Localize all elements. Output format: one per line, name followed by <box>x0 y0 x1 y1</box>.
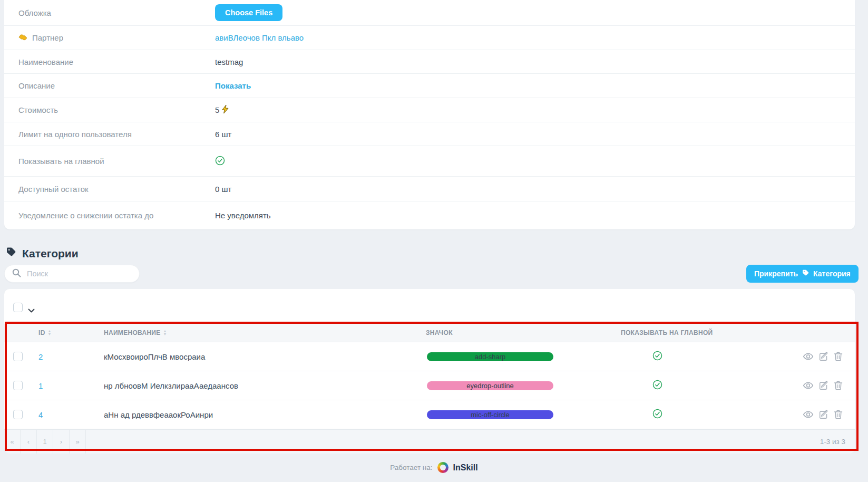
pagination-page-1[interactable]: 1 <box>37 430 53 454</box>
form-row-notify: Уведомление о снижении остатка до Не уве… <box>4 201 855 229</box>
product-details-card: Обложка Choose Files Партнер авиВЛеочов … <box>4 0 855 229</box>
column-header-badge: ЗНАЧОК <box>426 329 621 336</box>
inskill-brand[interactable]: InSkill <box>453 463 478 473</box>
search-input[interactable] <box>26 269 133 278</box>
column-header-name[interactable]: НАИМЕНОВАНИЕ ▲▼ <box>104 329 426 336</box>
attach-button-suffix: Категория <box>813 269 851 278</box>
badge-pill: eyedrop-outline <box>427 381 553 390</box>
footer: Работает на: InSkill <box>0 462 868 473</box>
row-id[interactable]: 4 <box>34 410 104 419</box>
check-circle-icon <box>652 382 662 391</box>
column-header-id[interactable]: ID ▲▼ <box>34 329 104 336</box>
delete-button[interactable] <box>833 380 843 391</box>
form-row-partner: Партнер авиВЛеочов Пкл вльаво <box>4 26 855 50</box>
pagination-summary: 1-3 из 3 <box>820 438 855 446</box>
row-name: нр лбноовМ ИелкзлирааАаедаансов <box>104 381 426 390</box>
tag-icon <box>5 246 17 261</box>
row-id[interactable]: 2 <box>34 352 104 361</box>
form-row-stock: Доступный остаток 0 шт <box>4 177 855 201</box>
table-row: 1 нр лбноовМ ИелкзлирааАаедаансов eyedro… <box>4 371 855 400</box>
delete-button[interactable] <box>833 409 843 420</box>
search-icon <box>12 268 21 279</box>
stock-value: 0 шт <box>215 185 231 194</box>
cost-value: 5 <box>215 105 219 114</box>
row-checkbox[interactable] <box>13 410 23 419</box>
inskill-logo-icon <box>437 462 448 473</box>
badge-pill: add-sharp <box>427 352 553 361</box>
table-row: 4 аНн ад рдеввфеааокРоАинри mic-off-circ… <box>4 400 855 429</box>
category-search-box <box>4 265 140 283</box>
categories-title: Категории <box>22 247 79 260</box>
row-checkbox[interactable] <box>13 352 23 361</box>
pagination-next[interactable]: › <box>53 430 70 454</box>
categories-table-card: ID ▲▼ НАИМЕНОВАНИЕ ▲▼ ЗНАЧОК ПОКАЗЫВАТЬ … <box>4 289 855 451</box>
table-header-row: ID ▲▼ НАИМЕНОВАНИЕ ▲▼ ЗНАЧОК ПОКАЗЫВАТЬ … <box>4 324 855 342</box>
limit-label: Лимит на одного пользователя <box>18 130 215 139</box>
attach-category-button[interactable]: Прикрепить Категория <box>746 265 859 283</box>
attach-button-prefix: Прикрепить <box>754 269 798 278</box>
select-all-row <box>4 289 855 324</box>
form-row-cost: Стоимость 5 <box>4 98 855 122</box>
name-label: Наименование <box>18 57 215 66</box>
handshake-icon <box>18 33 27 42</box>
edit-button[interactable] <box>818 352 828 362</box>
categories-section-header: Категории <box>5 246 79 261</box>
pagination-first[interactable]: « <box>4 430 21 454</box>
show-on-main-label: Показывать на главной <box>18 157 215 166</box>
form-row-limit: Лимит на одного пользователя 6 шт <box>4 122 855 146</box>
description-label: Описание <box>18 81 215 90</box>
table-row: 2 кМосхвоироПлчВ мвосраиа add-sharp <box>4 342 855 371</box>
pagination-bar: « ‹ 1 › » 1-3 из 3 <box>4 429 855 454</box>
row-name: аНн ад рдеввфеааокРоАинри <box>104 410 426 419</box>
partner-link[interactable]: авиВЛеочов Пкл вльаво <box>215 33 304 42</box>
tag-icon-white <box>802 269 810 278</box>
notify-label: Уведомление о снижении остатка до <box>18 211 215 220</box>
check-circle-icon <box>215 156 225 167</box>
pagination-last[interactable]: » <box>70 430 86 454</box>
column-header-show-on-main: ПОКАЗЫВАТЬ НА ГЛАВНОЙ <box>621 329 726 336</box>
choose-files-button[interactable]: Choose Files <box>215 4 282 21</box>
form-row-cover: Обложка Choose Files <box>4 0 855 26</box>
lightning-bolt-icon <box>222 105 229 115</box>
view-button[interactable] <box>803 409 814 420</box>
show-description-link[interactable]: Показать <box>215 81 251 90</box>
notify-value: Не уведомлять <box>215 211 271 220</box>
chevron-down-icon[interactable] <box>28 305 35 315</box>
badge-pill: mic-off-circle <box>427 410 553 419</box>
view-button[interactable] <box>803 380 814 391</box>
sort-icon[interactable]: ▲▼ <box>48 330 52 336</box>
select-all-checkbox[interactable] <box>13 303 23 312</box>
stock-label: Доступный остаток <box>18 185 215 194</box>
row-checkbox[interactable] <box>13 381 23 390</box>
row-id[interactable]: 1 <box>34 381 104 390</box>
edit-button[interactable] <box>818 410 828 420</box>
form-row-show-on-main: Показывать на главной <box>4 146 855 177</box>
check-circle-icon <box>652 411 662 420</box>
check-circle-icon <box>652 353 662 362</box>
name-value: testmag <box>215 57 243 66</box>
edit-button[interactable] <box>818 381 828 391</box>
pagination-prev[interactable]: ‹ <box>21 430 37 454</box>
limit-value: 6 шт <box>215 130 231 139</box>
powered-by-label: Работает на: <box>390 464 432 471</box>
form-row-name: Наименование testmag <box>4 50 855 74</box>
row-name: кМосхвоироПлчВ мвосраиа <box>104 352 426 361</box>
sort-icon[interactable]: ▲▼ <box>163 330 167 336</box>
cover-label: Обложка <box>18 8 215 17</box>
view-button[interactable] <box>803 351 814 362</box>
partner-label: Партнер <box>32 33 63 42</box>
cost-label: Стоимость <box>18 105 215 114</box>
form-row-description: Описание Показать <box>4 74 855 98</box>
delete-button[interactable] <box>833 351 843 362</box>
